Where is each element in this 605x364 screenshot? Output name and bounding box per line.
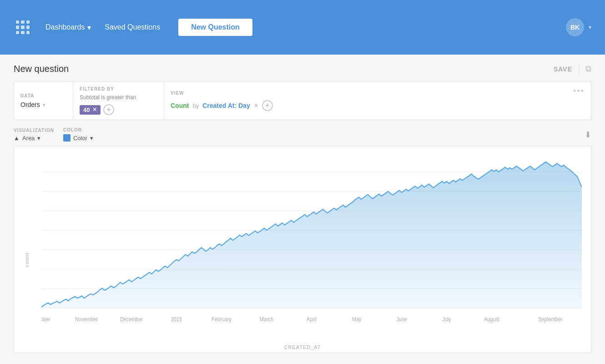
view-metrics: Count by Created At: Day ✕ + (171, 100, 573, 111)
new-question-button[interactable]: New Question (178, 19, 252, 36)
visualization-type-label: Area (22, 135, 35, 142)
area-chart-icon: ▲ (14, 135, 20, 142)
chevron-down-icon: ▾ (87, 23, 91, 32)
filtered-by-label: FILTERED BY (80, 86, 157, 91)
svg-text:2015: 2015 (171, 316, 182, 323)
page-header: New question SAVE ⧉ (14, 64, 591, 74)
y-axis-label: count (24, 253, 30, 267)
area-chart: 0 10 20 30 40 50 60 70 80 October Novemb… (41, 156, 582, 334)
visualization-label: VISUALIZATION (14, 128, 54, 133)
breakdown-remove-button[interactable]: ✕ (254, 102, 258, 109)
filter-description: Subtotal is greater than (80, 94, 136, 101)
view-more-options[interactable]: ••• (573, 86, 585, 115)
nav-dashboards-link[interactable]: Dashboards ▾ (45, 23, 91, 32)
filter-value: 40 (83, 106, 90, 113)
filtered-by-section: FILTERED BY Subtotal is greater than 40 … (73, 82, 164, 120)
svg-text:May: May (352, 316, 362, 323)
filter-content: Subtotal is greater than 40 ✕ + (80, 94, 157, 115)
chart-area: count CREATED_AT 0 (14, 146, 591, 353)
color-chevron-icon: ▾ (90, 135, 93, 142)
view-section: VIEW Count by Created At: Day ✕ + ••• (164, 82, 591, 120)
color-section: COLOR Color ▾ (63, 127, 93, 142)
filter-tag[interactable]: 40 ✕ (80, 105, 101, 115)
svg-text:September: September (538, 316, 562, 323)
data-select[interactable]: Orders ▾ (20, 101, 66, 108)
metric-breakdown[interactable]: Created At: Day (202, 102, 250, 109)
metric-by: by (192, 102, 199, 109)
x-axis-label: CREATED_AT (284, 344, 321, 350)
navbar: Dashboards ▾ Saved Questions New Questio… (0, 0, 605, 55)
svg-text:November: November (75, 316, 98, 323)
svg-text:February: February (212, 316, 232, 323)
color-swatch (63, 134, 71, 142)
svg-text:August: August (484, 316, 500, 323)
view-add-button[interactable]: + (262, 100, 273, 111)
data-chevron-icon: ▾ (43, 102, 45, 107)
view-label: VIEW (171, 91, 573, 96)
vertical-divider (579, 65, 579, 74)
nav-logo[interactable] (14, 18, 32, 36)
data-value: Orders (20, 101, 40, 108)
avatar[interactable]: BK (566, 18, 584, 36)
metric-count[interactable]: Count (171, 102, 189, 109)
color-select[interactable]: Color ▾ (63, 134, 93, 142)
viz-controls: VISUALIZATION ▲ Area ▾ COLOR Color ▾ ⬇ (14, 127, 591, 142)
svg-text:April: April (307, 316, 317, 323)
svg-text:December: December (120, 316, 143, 323)
avatar-chevron-icon[interactable]: ▾ (589, 24, 591, 30)
svg-text:October: October (41, 316, 50, 323)
visualization-chevron-icon: ▾ (37, 135, 40, 142)
save-button[interactable]: SAVE (554, 66, 572, 73)
visualization-section: VISUALIZATION ▲ Area ▾ (14, 128, 54, 142)
data-label: DATA (20, 93, 66, 98)
query-builder: DATA Orders ▾ FILTERED BY Subtotal is gr… (14, 81, 591, 120)
filter-remove-icon[interactable]: ✕ (92, 106, 97, 113)
download-icon[interactable]: ⬇ (585, 130, 591, 140)
page-actions: SAVE ⧉ (554, 64, 591, 74)
data-section: DATA Orders ▾ (14, 82, 73, 120)
color-select-label: Color (73, 135, 87, 142)
svg-text:June: June (396, 316, 407, 323)
filter-add-button[interactable]: + (103, 104, 114, 115)
nav-saved-questions-link[interactable]: Saved Questions (105, 23, 160, 31)
color-label: COLOR (63, 127, 93, 132)
svg-text:March: March (260, 316, 273, 323)
visualization-type-select[interactable]: ▲ Area ▾ (14, 135, 54, 142)
svg-text:July: July (442, 316, 451, 323)
copy-icon[interactable]: ⧉ (585, 64, 591, 74)
page-title: New question (14, 64, 69, 74)
main-content: New question SAVE ⧉ DATA Orders ▾ FILTER… (0, 55, 605, 364)
